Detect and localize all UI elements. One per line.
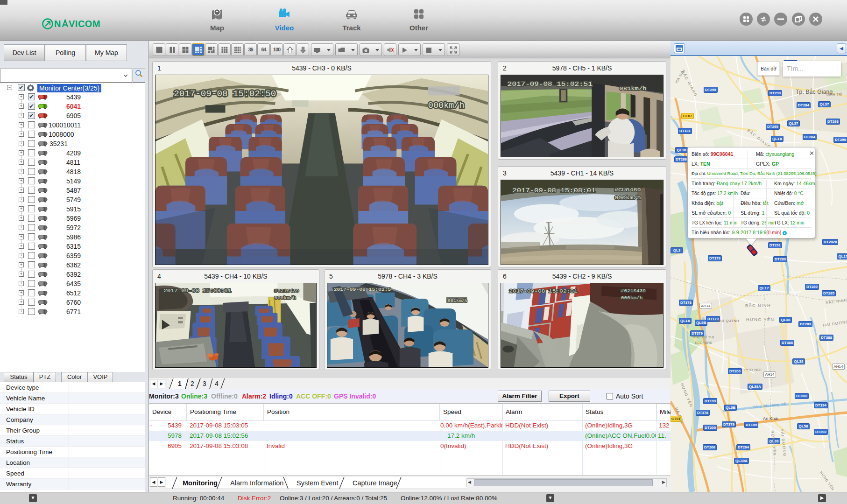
svg-text:Monitoring: Monitoring <box>183 479 218 487</box>
svg-text:#021S439: #021S439 <box>275 288 299 293</box>
svg-text:2017-09-08 15:02:01: 2017-09-08 15:02:01 <box>509 288 577 294</box>
svg-text:000km/h: 000km/h <box>428 101 465 110</box>
svg-text:4: 4 <box>215 380 219 387</box>
svg-text:081km/h: 081km/h <box>619 85 646 92</box>
svg-text:System Event: System Event <box>296 479 338 487</box>
svg-text:000km/h: 000km/h <box>621 295 643 301</box>
svg-text:2017-09-08 15:08:01: 2017-09-08 15:08:01 <box>512 187 595 194</box>
svg-text:2017-09-08 15:02:50: 2017-09-08 15:02:50 <box>174 89 276 98</box>
svg-text:081km/h: 081km/h <box>448 298 467 303</box>
svg-text:Alarm Information: Alarm Information <box>230 479 283 487</box>
svg-text:2: 2 <box>191 380 194 387</box>
svg-text:2017-09-08 15:02:51: 2017-09-08 15:02:51 <box>508 81 593 88</box>
svg-text:N: N <box>54 19 61 29</box>
svg-text:#CUG489: #CUG489 <box>614 187 641 193</box>
svg-text:Capture Image: Capture Image <box>353 479 397 487</box>
svg-text:VICOM: VICOM <box>69 19 100 29</box>
svg-text:000km/h: 000km/h <box>275 295 296 300</box>
svg-text:#021S439: #021S439 <box>621 288 646 294</box>
svg-text:1: 1 <box>178 380 182 387</box>
svg-text:3: 3 <box>203 380 206 387</box>
svg-text:2017-09-08 15:03:01: 2017-09-08 15:03:01 <box>163 288 231 294</box>
svg-text:2017-09-08 15:02:5: 2017-09-08 15:02:5 <box>334 287 391 292</box>
svg-text:000km/h: 000km/h <box>614 195 641 201</box>
